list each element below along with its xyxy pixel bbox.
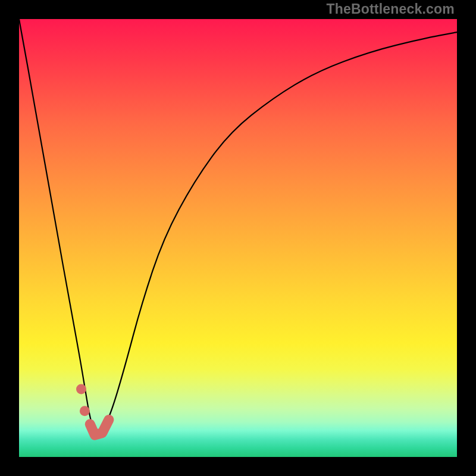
chart-svg	[19, 19, 457, 457]
plot-area	[19, 19, 457, 457]
marker-dot	[80, 406, 90, 416]
marker-dots	[76, 384, 90, 416]
marker-hook	[90, 419, 109, 435]
marker-dot	[76, 384, 86, 394]
bottleneck-curve	[19, 19, 457, 434]
chart-frame: TheBottleneck.com	[0, 0, 476, 476]
watermark-text: TheBottleneck.com	[326, 1, 455, 17]
